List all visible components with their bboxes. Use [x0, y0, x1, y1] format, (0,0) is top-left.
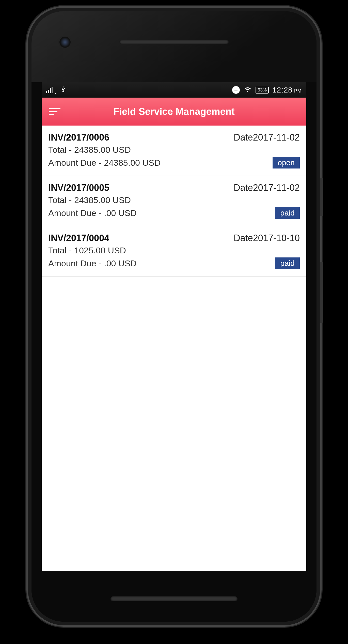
- status-right: − 63% 12:28PM: [232, 86, 302, 94]
- status-badge[interactable]: open: [273, 157, 300, 168]
- invoice-total: Total - 24385.00 USD: [48, 195, 300, 205]
- status-bar: • − 63% 12:28PM: [42, 82, 306, 98]
- status-badge[interactable]: paid: [275, 207, 300, 219]
- screen: • − 63% 12:28PM: [42, 82, 306, 571]
- invoice-amount-due: Amount Due - .00 USD: [48, 208, 137, 218]
- status-badge[interactable]: paid: [275, 257, 300, 269]
- speaker-icon: [119, 40, 229, 44]
- do-not-disturb-icon: −: [232, 86, 240, 94]
- phone-bottom-bezel: [31, 571, 317, 622]
- battery-icon: 63%: [256, 87, 269, 94]
- app-header: Field Service Management: [42, 98, 306, 126]
- invoice-number: INV/2017/0006: [48, 132, 109, 143]
- invoice-date: Date2017-10-10: [234, 233, 300, 243]
- usb-icon: [59, 86, 67, 95]
- status-left: •: [46, 86, 67, 95]
- invoice-number: INV/2017/0005: [48, 182, 109, 193]
- camera-icon: [59, 37, 71, 48]
- signal-icon: [46, 87, 53, 93]
- phone-inner: • − 63% 12:28PM: [31, 11, 317, 622]
- app-title: Field Service Management: [49, 106, 299, 117]
- invoice-amount-due: Amount Due - .00 USD: [48, 258, 137, 268]
- clock-suffix: PM: [294, 88, 302, 94]
- clock-time: 12:28: [272, 86, 293, 94]
- speaker-icon: [110, 596, 238, 601]
- invoice-date: Date2017-11-02: [234, 182, 300, 193]
- phone-top-bezel: [31, 11, 317, 82]
- signal-dot-icon: •: [55, 93, 56, 95]
- phone-side-button: [320, 178, 323, 216]
- invoice-date: Date2017-11-02: [234, 132, 300, 143]
- status-clock: 12:28PM: [272, 86, 302, 94]
- invoice-total: Total - 1025.00 USD: [48, 246, 300, 255]
- invoice-list: INV/2017/0006 Date2017-11-02 Total - 243…: [42, 126, 306, 277]
- list-item[interactable]: INV/2017/0005 Date2017-11-02 Total - 243…: [42, 176, 306, 226]
- phone-side-button: [320, 262, 323, 323]
- invoice-number: INV/2017/0004: [48, 233, 109, 243]
- invoice-amount-due: Amount Due - 24385.00 USD: [48, 158, 161, 168]
- invoice-total: Total - 24385.00 USD: [48, 145, 300, 155]
- wifi-icon: [243, 86, 252, 94]
- list-item[interactable]: INV/2017/0006 Date2017-11-02 Total - 243…: [42, 126, 306, 176]
- list-item[interactable]: INV/2017/0004 Date2017-10-10 Total - 102…: [42, 226, 306, 277]
- phone-frame: • − 63% 12:28PM: [28, 8, 320, 625]
